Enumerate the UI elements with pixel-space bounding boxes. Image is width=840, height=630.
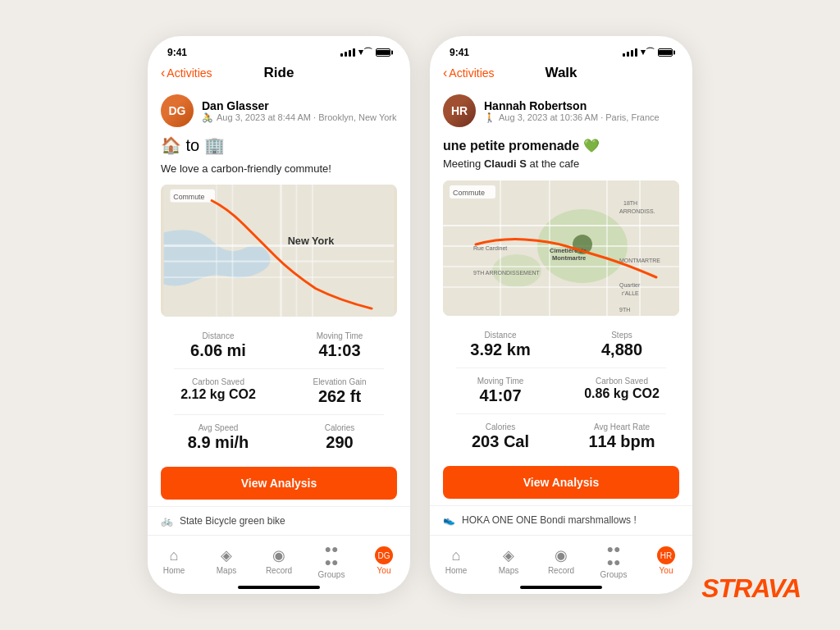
stat-value-carbon-1: 2.12 kg CO2 — [180, 387, 256, 402]
bottom-nav-1: ⌂ Home ◈ Maps ◉ Record ●●●● Groups DG Yo… — [148, 535, 410, 582]
nav-record-2[interactable]: ◉ Record — [541, 546, 582, 575]
svg-rect-6 — [312, 185, 313, 317]
stat-value-distance-2: 3.92 km — [470, 340, 530, 359]
stats-grid-1: Distance 6.06 mi Moving Time 41:03 Carbo… — [148, 320, 410, 460]
user-name-1: Dan Glasser — [202, 99, 397, 112]
stat-value-movingtime-2: 41:07 — [479, 386, 521, 405]
wifi-icon-1: ▾⌒ — [358, 46, 372, 58]
record-icon-1: ◉ — [272, 546, 285, 564]
stat-distance-1: Distance 6.06 mi — [161, 326, 276, 365]
map-1[interactable]: New York Commute — [161, 185, 397, 317]
user-meta-1: 🚴 Aug 3, 2023 at 8:44 AM · Brooklyn, New… — [202, 112, 397, 123]
bottom-nav-2: ⌂ Home ◈ Maps ◉ Record ●●●● Groups HR Yo… — [430, 535, 692, 582]
user-row-2: HR Hannah Robertson 🚶 Aug 3, 2023 at 10:… — [430, 88, 692, 134]
emoji-row-1: 🏠 to 🏢 — [148, 134, 410, 158]
nav-home-2[interactable]: ⌂ Home — [436, 547, 477, 575]
view-analysis-button-2[interactable]: View Analysis — [443, 466, 679, 499]
stats-grid-2: Distance 3.92 km Steps 4,880 Moving Time… — [430, 319, 692, 459]
stat-value-calories-2: 203 Cal — [472, 432, 529, 451]
nav-record-label-2: Record — [548, 566, 574, 575]
svg-text:18TH: 18TH — [623, 200, 637, 206]
view-analysis-button-1[interactable]: View Analysis — [161, 467, 397, 500]
stat-label-carbon-2: Carbon Saved — [596, 377, 648, 386]
stat-calories-2: Calories 203 Cal — [443, 418, 558, 456]
time-1: 9:41 — [167, 47, 187, 58]
stat-value-heartrate-2: 114 bpm — [588, 432, 655, 451]
battery-icon-2 — [658, 48, 673, 57]
strava-logo: STRAVA — [701, 573, 801, 604]
nav-home-label-2: Home — [445, 566, 468, 575]
avatar-1[interactable]: DG — [161, 94, 194, 127]
stat-label-movingtime-1: Moving Time — [317, 331, 363, 340]
svg-text:Commute: Commute — [453, 189, 485, 197]
svg-text:New York: New York — [288, 235, 335, 247]
avatar-2[interactable]: HR — [443, 94, 476, 127]
back-button-1[interactable]: ‹ Activities — [161, 66, 212, 80]
svg-text:Rue Cardinet: Rue Cardinet — [473, 245, 507, 251]
stat-value-calories-1: 290 — [326, 433, 353, 452]
svg-text:9TH: 9TH — [619, 307, 630, 313]
svg-rect-1 — [164, 244, 395, 247]
nav-record-1[interactable]: ◉ Record — [258, 546, 299, 575]
stat-moving-time-1: Moving Time 41:03 — [282, 326, 397, 365]
wifi-icon-2: ▾⌒ — [641, 46, 655, 58]
back-button-2[interactable]: ‹ Activities — [443, 66, 495, 80]
stat-elevation-1: Elevation Gain 262 ft — [282, 372, 397, 411]
stat-label-calories-1: Calories — [325, 423, 355, 432]
nav-maps-label-2: Maps — [499, 566, 518, 575]
svg-text:r'ALLE: r'ALLE — [622, 290, 639, 296]
user-info-2: Hannah Robertson 🚶 Aug 3, 2023 at 10:36 … — [484, 99, 660, 123]
svg-text:ARRONDISS.: ARRONDISS. — [619, 208, 655, 214]
svg-rect-3 — [164, 276, 395, 278]
stat-speed-1: Avg Speed 8.9 mi/h — [161, 418, 276, 457]
equipment-row-1: 🚲 State Bicycle green bike — [148, 506, 410, 535]
page-title-2: Walk — [545, 65, 577, 81]
activity-desc-1: We love a carbon-friendly commute! — [148, 158, 410, 181]
stat-heartrate-2: Avg Heart Rate 114 bpm — [564, 418, 679, 456]
maps-icon-2: ◈ — [503, 546, 514, 564]
svg-text:Quartier: Quartier — [619, 282, 641, 289]
stat-value-distance-1: 6.06 mi — [190, 341, 246, 360]
user-info-1: Dan Glasser 🚴 Aug 3, 2023 at 8:44 AM · B… — [202, 99, 397, 123]
user-name-2: Hannah Robertson — [484, 99, 660, 112]
activity-desc-2: Meeting Claudi S at the cafe — [430, 157, 692, 176]
equipment-row-2: 👟 HOKA ONE ONE Bondi marshmallows ! — [430, 505, 692, 534]
equipment-label-2: HOKA ONE ONE Bondi marshmallows ! — [462, 514, 637, 526]
page-title-1: Ride — [264, 65, 294, 81]
nav-groups-1[interactable]: ●●●● Groups — [311, 542, 352, 579]
nav-maps-1[interactable]: ◈ Maps — [206, 546, 247, 575]
stat-carbon-1: Carbon Saved 2.12 kg CO2 — [161, 372, 276, 411]
svg-text:Montmartre: Montmartre — [552, 254, 586, 262]
battery-icon-1 — [376, 48, 390, 57]
nav-you-label-1: You — [377, 566, 391, 575]
stat-label-movingtime-2: Moving Time — [477, 377, 524, 386]
map-2[interactable]: Cimetière de Montmartre 18TH ARRONDISS. … — [443, 180, 679, 316]
shoe-icon-2: 👟 — [443, 514, 455, 526]
stat-label-distance-1: Distance — [203, 331, 235, 340]
stat-label-distance-2: Distance — [485, 331, 517, 340]
nav-home-label-1: Home — [163, 566, 185, 575]
stat-steps-2: Steps 4,880 — [564, 326, 679, 364]
home-indicator-1 — [238, 586, 320, 589]
stat-label-steps-2: Steps — [611, 331, 632, 340]
phone-ride: 9:41 ▾⌒ ‹ Activities — [148, 36, 410, 594]
activity-title-2: une petite promenade 💚 — [430, 134, 692, 157]
groups-icon-1: ●●●● — [325, 542, 339, 568]
back-label-2: Activities — [449, 66, 494, 80]
bike-icon-1: 🚴 — [202, 112, 213, 123]
nav-home-1[interactable]: ⌂ Home — [153, 547, 194, 575]
stat-distance-2: Distance 3.92 km — [443, 326, 558, 364]
bike-equipment-icon-1: 🚲 — [161, 515, 173, 527]
svg-rect-4 — [280, 185, 282, 317]
nav-maps-2[interactable]: ◈ Maps — [488, 546, 529, 575]
status-bar-2: 9:41 ▾⌒ — [430, 36, 692, 62]
stat-value-speed-1: 8.9 mi/h — [188, 433, 249, 452]
nav-groups-2[interactable]: ●●●● Groups — [593, 542, 634, 579]
svg-rect-7 — [231, 185, 233, 317]
nav-groups-label-1: Groups — [318, 570, 345, 579]
phone-walk: 9:41 ▾⌒ ‹ Activities — [430, 36, 692, 594]
stat-movingtime-2: Moving Time 41:07 — [443, 372, 558, 410]
nav-you-2[interactable]: HR You — [646, 546, 687, 575]
nav-you-1[interactable]: DG You — [363, 546, 404, 575]
user-row-1: DG Dan Glasser 🚴 Aug 3, 2023 at 8:44 AM … — [148, 88, 410, 134]
